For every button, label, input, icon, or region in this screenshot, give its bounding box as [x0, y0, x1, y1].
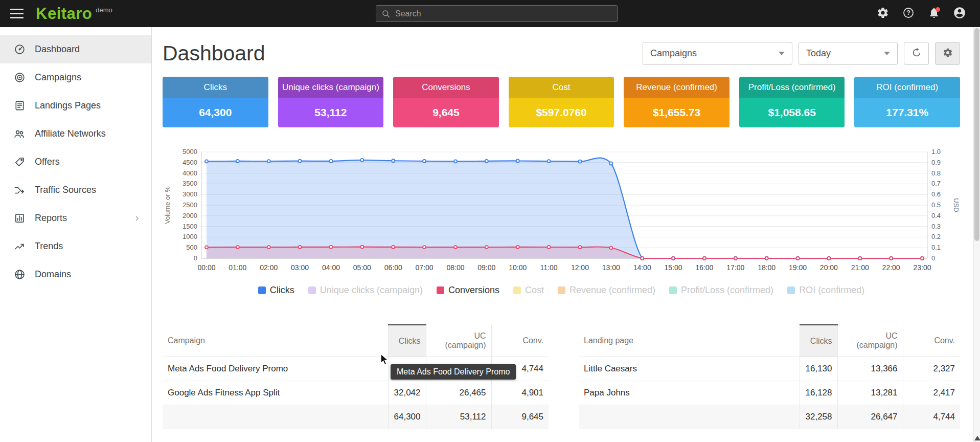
sidebar-item-campaigns[interactable]: Campaigns	[0, 63, 151, 92]
account-button[interactable]	[950, 5, 969, 23]
column-header-clicks[interactable]: Clicks	[800, 325, 837, 357]
legend-label: Clicks	[270, 285, 294, 296]
refresh-button[interactable]	[904, 42, 929, 65]
date-range-value: Today	[806, 48, 831, 59]
row-name-cell: Papa Johns	[579, 381, 800, 405]
hamburger-menu-icon[interactable]	[10, 6, 24, 21]
column-header-landing-page[interactable]: Landing page	[579, 325, 800, 357]
kpi-card-clicks[interactable]: Clicks64,300	[163, 77, 268, 127]
kpi-label: Clicks	[163, 77, 268, 98]
kpi-label: Conversions	[393, 77, 499, 98]
row-value-cell: 2,417	[903, 381, 960, 405]
svg-text:3500: 3500	[183, 180, 197, 187]
sidebar-item-trends[interactable]: Trends	[0, 232, 151, 260]
column-header-uc-campaign[interactable]: UC (campaign)	[426, 325, 491, 357]
svg-text:?: ?	[906, 9, 910, 16]
column-header-uc-campaign[interactable]: UC (campaign)	[837, 325, 903, 357]
tooltip: Meta Ads Food Delivery Promo	[391, 364, 516, 380]
sidebar-item-affiliate-networks[interactable]: Affiliate Networks	[0, 120, 151, 148]
svg-text:5000: 5000	[183, 148, 197, 156]
legend-item-revenue-confirmed[interactable]: Revenue (confirmed)	[558, 285, 655, 296]
svg-text:0.3: 0.3	[931, 223, 941, 230]
column-header-conv[interactable]: Conv.	[903, 325, 960, 357]
kpi-card-cost[interactable]: Cost$597.0760	[509, 77, 614, 127]
svg-text:14:00: 14:00	[633, 263, 651, 272]
legend-label: Profit/Loss (confirmed)	[681, 285, 773, 296]
svg-text:06:00: 06:00	[384, 263, 402, 272]
sidebar-item-label: Landings Pages	[35, 100, 101, 111]
table-row[interactable]: Papa Johns16,12813,2812,417	[579, 381, 960, 405]
notifications-button[interactable]	[925, 5, 943, 23]
search-icon	[381, 9, 391, 18]
table-totals-row: 32,25826,6474,744	[579, 405, 960, 429]
help-button[interactable]: ?	[899, 5, 918, 23]
dashboard-filters: Campaigns Today	[643, 42, 960, 65]
svg-text:0.8: 0.8	[931, 169, 941, 177]
kpi-label: Unique clicks (campaign)	[278, 77, 384, 98]
sidebar-item-domains[interactable]: Domains	[0, 260, 151, 289]
date-range-select[interactable]: Today	[799, 42, 898, 65]
sidebar-item-dashboard[interactable]: Dashboard	[0, 35, 151, 63]
column-header-conv[interactable]: Conv.	[491, 325, 549, 357]
svg-text:0.7: 0.7	[931, 180, 941, 187]
totals-cell: 4,744	[903, 405, 960, 429]
offers-icon	[13, 156, 26, 168]
main-content: Dashboard Campaigns Today Clicks64,300Un…	[152, 27, 973, 442]
sidebar-item-reports[interactable]: Reports	[0, 204, 151, 232]
kpi-card-revenue-confirmed[interactable]: Revenue (confirmed)$1,655.73	[624, 77, 730, 127]
svg-text:1500: 1500	[183, 223, 197, 230]
app-logo[interactable]: Keitaro demo	[36, 5, 112, 23]
sidebar-item-offers[interactable]: Offers	[0, 148, 151, 176]
legend-label: Conversions	[448, 285, 499, 296]
legend-item-conversions[interactable]: Conversions	[437, 285, 499, 296]
kpi-card-conversions[interactable]: Conversions9,645	[393, 77, 499, 127]
traffic-chart: 005000.110000.215000.320000.425000.53000…	[163, 145, 960, 296]
sidebar-item-label: Domains	[35, 269, 71, 280]
kpi-label: Profit/Loss (confirmed)	[739, 77, 845, 98]
dashboard-icon	[13, 43, 26, 56]
campaigns-filter-select[interactable]: Campaigns	[643, 42, 792, 65]
svg-text:USD: USD	[952, 198, 960, 212]
svg-text:02:00: 02:00	[260, 263, 278, 272]
sidebar-item-landings-pages[interactable]: Landings Pages	[0, 92, 151, 120]
svg-text:0: 0	[931, 254, 935, 262]
sidebar-item-label: Dashboard	[35, 44, 80, 55]
svg-text:18:00: 18:00	[758, 263, 776, 272]
topbar-actions: ?	[874, 5, 980, 23]
svg-text:15:00: 15:00	[665, 263, 682, 272]
sidebar-item-traffic-sources[interactable]: Traffic Sources	[0, 176, 151, 204]
svg-text:23:00: 23:00	[913, 263, 931, 272]
kpi-card-profit-loss-confirmed[interactable]: Profit/Loss (confirmed)$1,058.65	[739, 77, 845, 127]
summary-tables: CampaignClicksUC (campaign)Conv.Meta Ads…	[163, 324, 960, 429]
settings-button[interactable]	[874, 5, 892, 23]
search-input[interactable]	[395, 9, 612, 18]
totals-cell: 9,645	[491, 405, 549, 429]
table-row[interactable]: Little Caesars16,13013,3662,327	[579, 357, 960, 381]
kpi-card-roi-confirmed[interactable]: ROI (confirmed)177.31%	[854, 77, 960, 127]
column-header-campaign[interactable]: Campaign	[163, 325, 388, 357]
legend-label: Unique clicks (campaign)	[320, 285, 423, 296]
dashboard-settings-button[interactable]	[935, 42, 960, 65]
row-value-cell: 32,042	[388, 381, 426, 405]
table-row[interactable]: Google Ads Fitness App Split32,04226,465…	[163, 381, 549, 405]
sidebar: DashboardCampaignsLandings PagesAffiliat…	[0, 27, 152, 442]
scroll-up-arrow-icon[interactable]	[974, 436, 980, 440]
scrollbar-thumb[interactable]	[974, 28, 979, 241]
kpi-card-unique-clicks-campaign[interactable]: Unique clicks (campaign)53,112	[278, 77, 384, 127]
legend-item-clicks[interactable]: Clicks	[258, 285, 294, 296]
legend-item-unique-clicks-campaign[interactable]: Unique clicks (campaign)	[308, 285, 423, 296]
legend-item-profit-loss-confirmed[interactable]: Profit/Loss (confirmed)	[669, 285, 773, 296]
column-header-clicks[interactable]: Clicks	[388, 325, 426, 357]
svg-text:16:00: 16:00	[695, 263, 713, 272]
logo-text: Keitaro	[36, 5, 92, 23]
kpi-value: $1,655.73	[624, 98, 730, 127]
svg-text:0.1: 0.1	[931, 244, 941, 251]
kpi-value: $597.0760	[509, 98, 614, 127]
legend-marker	[258, 286, 266, 294]
row-name-cell: Little Caesars	[579, 357, 800, 381]
legend-item-cost[interactable]: Cost	[513, 285, 544, 296]
svg-text:04:00: 04:00	[322, 263, 340, 272]
svg-text:2000: 2000	[183, 212, 197, 219]
help-icon: ?	[902, 7, 915, 21]
legend-item-roi-confirmed[interactable]: ROI (confirmed)	[787, 285, 864, 296]
